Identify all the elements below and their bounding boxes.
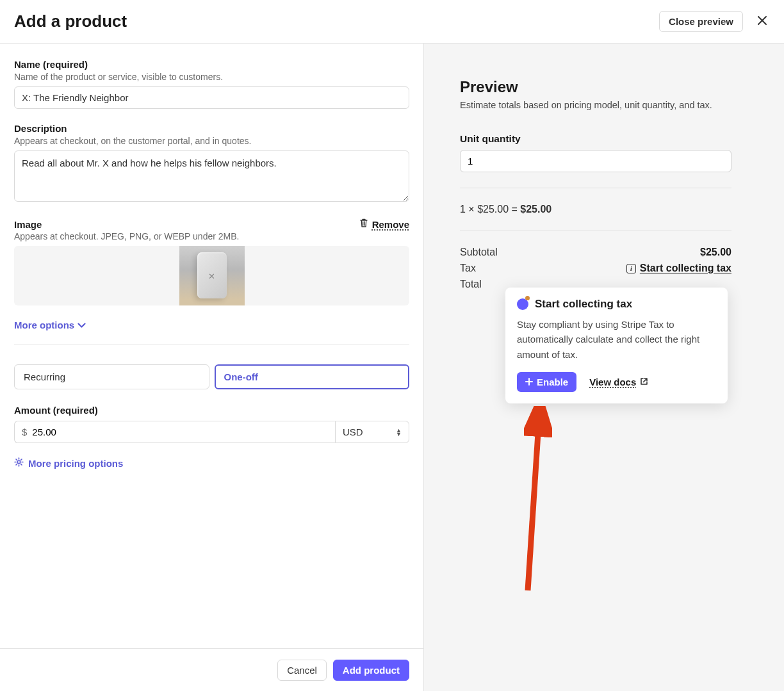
- tax-popover-title: Start collecting tax: [535, 298, 632, 311]
- currency-symbol: $: [22, 427, 27, 437]
- description-textarea[interactable]: Read all about Mr. X and how he helps hi…: [14, 150, 409, 202]
- divider: [14, 345, 409, 345]
- image-hint: Appears at checkout. JPEG, PNG, or WEBP …: [14, 231, 409, 241]
- total-label: Total: [460, 279, 482, 290]
- header-actions: Close preview: [659, 11, 770, 32]
- modal-header: Add a product Close preview: [0, 0, 784, 44]
- unit-quantity-input[interactable]: [460, 150, 731, 172]
- plus-icon: [525, 377, 533, 387]
- amount-label: Amount (required): [14, 405, 409, 416]
- description-label: Description: [14, 123, 409, 134]
- name-input[interactable]: [14, 86, 409, 109]
- calculation-line: 1 × $25.00 = $25.00: [460, 204, 731, 215]
- pricing-type-toggle: Recurring One-off: [14, 364, 409, 389]
- add-product-button[interactable]: Add product: [333, 660, 409, 681]
- more-pricing-label: More pricing options: [28, 458, 123, 469]
- more-options-toggle[interactable]: More options: [14, 320, 86, 330]
- preview-divider: [460, 231, 731, 231]
- gear-icon: [14, 457, 24, 469]
- more-options-label: More options: [14, 320, 74, 330]
- view-docs-label: View docs: [589, 377, 636, 387]
- one-off-option[interactable]: One-off: [215, 364, 410, 389]
- external-link-icon: [640, 377, 648, 387]
- remove-image-button[interactable]: Remove: [359, 218, 409, 230]
- product-image-thumbnail[interactable]: [179, 246, 245, 305]
- preview-subtitle: Estimate totals based on pricing model, …: [460, 100, 731, 110]
- amount-field-section: Amount (required) $ USD ▲▼: [14, 405, 409, 443]
- image-preview-container: [14, 246, 409, 305]
- svg-point-0: [17, 460, 20, 463]
- info-icon: i: [626, 264, 636, 273]
- form-panel: Name (required) Name of the product or s…: [0, 44, 424, 691]
- image-field-section: Image Remove Appears at checkout. JPEG, …: [14, 218, 409, 305]
- currency-value: USD: [343, 427, 363, 437]
- calc-result: $25.00: [520, 204, 551, 215]
- trash-icon: [359, 218, 368, 230]
- cancel-button[interactable]: Cancel: [277, 660, 327, 681]
- remove-image-label: Remove: [372, 219, 409, 230]
- enable-label: Enable: [537, 377, 568, 387]
- recurring-option[interactable]: Recurring: [14, 364, 209, 389]
- subtotal-row: Subtotal $25.00: [460, 247, 731, 258]
- image-label: Image: [14, 219, 42, 230]
- form-footer: Cancel Add product: [0, 648, 423, 691]
- currency-select[interactable]: USD ▲▼: [335, 421, 409, 443]
- tax-popover-body: Stay compliant by using Stripe Tax to au…: [517, 317, 716, 362]
- name-field-section: Name (required) Name of the product or s…: [14, 59, 409, 109]
- start-collecting-tax-link[interactable]: i Start collecting tax: [626, 263, 731, 274]
- more-pricing-options-button[interactable]: More pricing options: [14, 457, 123, 469]
- chevron-down-icon: [78, 320, 86, 330]
- unit-quantity-label: Unit quantity: [460, 133, 731, 145]
- tax-label: Tax: [460, 263, 476, 274]
- tax-popover-icon: [517, 298, 528, 310]
- description-hint: Appears at checkout, on the customer por…: [14, 136, 409, 146]
- calc-expression: 1 × $25.00 =: [460, 204, 518, 215]
- amount-input[interactable]: [32, 421, 328, 443]
- subtotal-value: $25.00: [700, 247, 731, 258]
- select-chevrons-icon: ▲▼: [396, 428, 402, 436]
- subtotal-label: Subtotal: [460, 247, 498, 258]
- preview-title: Preview: [460, 78, 731, 96]
- description-field-section: Description Appears at checkout, on the …: [14, 123, 409, 204]
- preview-divider: [460, 188, 731, 188]
- amount-input-wrap[interactable]: $: [14, 421, 335, 443]
- tax-popover: Start collecting tax Stay compliant by u…: [505, 288, 728, 403]
- name-label: Name (required): [14, 59, 409, 70]
- tax-row: Tax i Start collecting tax: [460, 263, 731, 274]
- view-docs-link[interactable]: View docs: [589, 377, 648, 387]
- close-icon[interactable]: [755, 12, 770, 31]
- name-hint: Name of the product or service, visible …: [14, 72, 409, 82]
- enable-tax-button[interactable]: Enable: [517, 372, 576, 392]
- page-title: Add a product: [14, 12, 127, 31]
- close-preview-button[interactable]: Close preview: [659, 11, 743, 32]
- tax-link-label: Start collecting tax: [640, 263, 731, 274]
